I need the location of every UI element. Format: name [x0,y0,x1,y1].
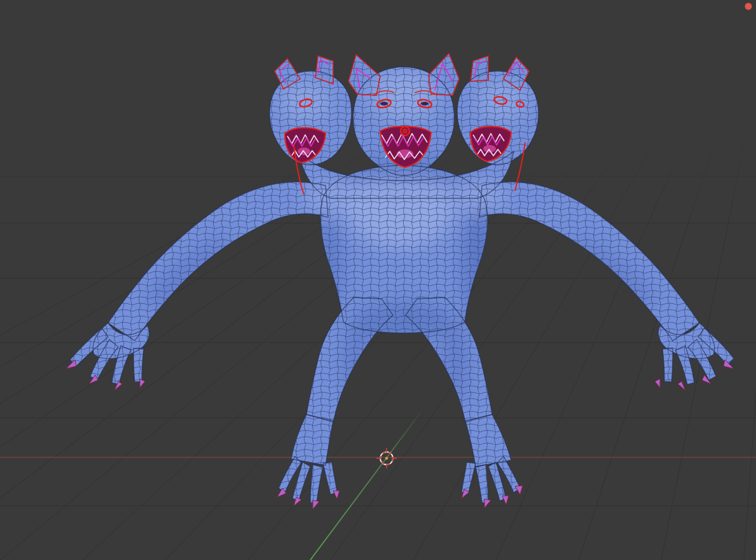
record-indicator-icon [745,3,752,10]
viewport-canvas[interactable] [0,0,756,560]
viewport-3d[interactable] [0,0,756,560]
